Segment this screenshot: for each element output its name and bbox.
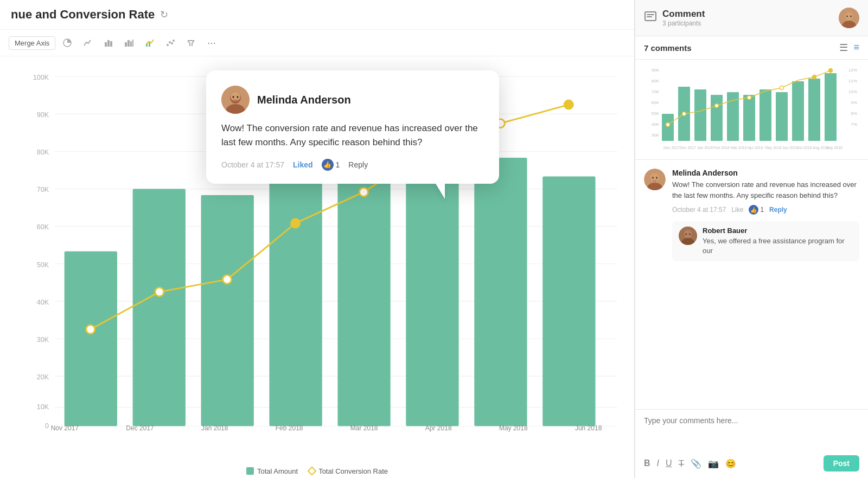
comment-item-melinda: Melinda Anderson Wow! The conversion rat…: [644, 169, 859, 261]
svg-rect-88: [792, 81, 804, 141]
svg-point-52: [564, 100, 573, 109]
svg-point-91: [666, 123, 670, 127]
comment-input[interactable]: [644, 416, 859, 449]
comment-panel: Comment 3 participants 7 comments ☰ ≡ 90…: [635, 0, 868, 478]
popup-timestamp: October 4 at 17:57: [221, 160, 284, 169]
comment-like-button-melinda[interactable]: Like: [731, 206, 743, 214]
svg-point-65: [846, 16, 847, 17]
svg-point-96: [813, 75, 816, 79]
underline-icon[interactable]: U: [666, 458, 672, 469]
svg-text:10%: 10%: [848, 89, 857, 94]
refresh-icon[interactable]: ↻: [160, 9, 168, 21]
comment-input-toolbar: B I U T̶ 📎 📷 😊 Post: [644, 455, 859, 471]
svg-text:20K: 20K: [37, 373, 49, 381]
svg-rect-37: [65, 251, 117, 426]
svg-point-63: [845, 12, 853, 21]
svg-text:Apr 2018: Apr 2018: [748, 146, 763, 150]
svg-text:9%: 9%: [851, 100, 857, 105]
chart-type-scatter[interactable]: [162, 34, 179, 51]
svg-point-117: [685, 234, 686, 235]
svg-text:90K: 90K: [37, 111, 49, 119]
svg-point-93: [715, 104, 719, 108]
popup-reply-button[interactable]: Reply: [348, 160, 368, 169]
chart-type-line[interactable]: [79, 34, 97, 51]
strikethrough-icon[interactable]: T̶: [679, 458, 684, 469]
svg-rect-43: [474, 158, 527, 426]
chart-filter[interactable]: [182, 34, 200, 51]
legend-conversion-rate: Total Conversion Rate: [309, 467, 388, 475]
x-label-may2018: May 2018: [499, 424, 528, 432]
comment-input-area: B I U T̶ 📎 📷 😊 Post: [635, 409, 868, 478]
chart-type-bar[interactable]: [100, 34, 117, 51]
reply-avatar-robert: [679, 227, 697, 245]
legend-label-amount: Total Amount: [257, 467, 298, 475]
chart-toolbar: Merge Axis ⋯: [0, 30, 634, 56]
chart-type-mixed[interactable]: [141, 34, 158, 51]
post-button[interactable]: Post: [824, 455, 859, 471]
svg-rect-5: [127, 40, 130, 47]
svg-text:Jan 2018: Jan 2018: [697, 146, 713, 150]
comment-content-melinda: Melinda Anderson Wow! The conversion rat…: [672, 169, 859, 261]
comment-panel-icon: [644, 10, 657, 26]
bold-icon[interactable]: B: [644, 458, 650, 469]
mini-thumb-icon: 👍: [749, 205, 758, 215]
svg-text:50K: 50K: [37, 261, 49, 269]
panel-toolbar-icons: ☰ ≡: [839, 42, 859, 54]
list-icon[interactable]: ≡: [853, 42, 859, 54]
svg-rect-4: [125, 42, 127, 47]
legend-diamond-rate: [308, 467, 317, 476]
like-thumb-icon: 👍: [322, 159, 334, 171]
svg-text:80K: 80K: [37, 148, 49, 156]
popup-username: Melinda Anderson: [257, 94, 351, 106]
svg-text:70K: 70K: [37, 186, 49, 193]
attachment-icon[interactable]: 📎: [691, 458, 701, 469]
svg-rect-1: [105, 42, 107, 47]
svg-rect-7: [132, 40, 133, 47]
emoji-icon[interactable]: 😊: [725, 458, 736, 469]
panel-title-group: Comment 3 participants: [662, 9, 705, 27]
menu-icon[interactable]: ☰: [839, 42, 848, 54]
camera-icon[interactable]: 📷: [708, 458, 719, 469]
svg-rect-86: [760, 89, 771, 141]
nested-reply-robert: Robert Bauer Yes, we offered a free assi…: [672, 221, 859, 261]
svg-text:8%: 8%: [851, 111, 857, 116]
chart-area: nue and Conversion Rate ↻ Merge Axis ⋯: [0, 0, 635, 478]
more-options-icon[interactable]: ⋯: [203, 34, 220, 51]
input-tools: B I U T̶ 📎 📷 😊: [644, 458, 736, 469]
x-label-dec2017: Dec 2017: [126, 424, 154, 432]
chart-type-bar-alt[interactable]: [120, 34, 138, 51]
svg-point-95: [780, 86, 784, 90]
x-label-apr2018: Apr 2018: [425, 424, 452, 432]
panel-subtitle: 3 participants: [662, 20, 705, 27]
svg-text:50K: 50K: [652, 111, 660, 116]
svg-rect-2: [107, 40, 110, 47]
popup-like-number: 1: [336, 160, 340, 169]
popup-liked-button[interactable]: Liked: [293, 160, 313, 169]
svg-text:Feb 2018: Feb 2018: [713, 146, 730, 150]
svg-text:100K: 100K: [33, 74, 49, 81]
svg-text:7%: 7%: [851, 122, 857, 127]
svg-text:12%: 12%: [848, 68, 857, 73]
chart-type-pie[interactable]: [59, 34, 76, 51]
svg-rect-85: [743, 95, 755, 141]
svg-text:Jun 2018: Jun 2018: [782, 146, 798, 150]
svg-point-47: [223, 275, 232, 284]
reply-text-robert: Yes, we offered a free assistance progra…: [703, 236, 853, 256]
x-label-jun2018: Jun 2018: [575, 424, 602, 432]
popup-like-count: 👍 1: [322, 159, 340, 171]
italic-icon[interactable]: I: [657, 458, 659, 469]
comment-reply-button-melinda[interactable]: Reply: [769, 206, 787, 214]
svg-rect-89: [808, 79, 820, 141]
svg-point-12: [171, 42, 173, 44]
svg-text:90K: 90K: [652, 68, 660, 73]
svg-text:Sep 2018: Sep 2018: [826, 146, 843, 150]
svg-point-92: [682, 112, 686, 116]
panel-title: Comment: [662, 9, 705, 20]
svg-text:Dec 2017: Dec 2017: [680, 146, 696, 150]
merge-axis-button[interactable]: Merge Axis: [9, 36, 55, 50]
comments-count: 7 comments: [644, 43, 692, 53]
svg-text:Nov 2017: Nov 2017: [663, 146, 680, 150]
comment-meta-melinda: October 4 at 17:57 Like 👍 1 Reply: [672, 205, 859, 215]
svg-text:10K: 10K: [37, 403, 49, 411]
legend-box-amount: [246, 467, 254, 475]
